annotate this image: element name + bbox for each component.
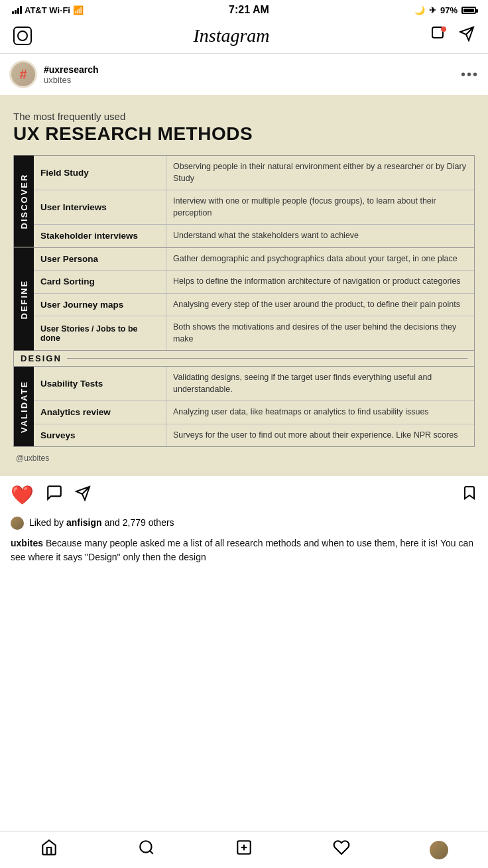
validate-label: Validate xyxy=(14,367,34,446)
caption-text: Because many people asked me a list of a… xyxy=(11,538,473,562)
method-name: Stakeholder interviews xyxy=(34,225,166,247)
method-name: Usability Tests xyxy=(34,367,166,401)
location-icon: ✈ xyxy=(429,5,436,15)
avatar-inner: # xyxy=(11,62,35,86)
comment-button[interactable] xyxy=(46,484,63,506)
table-row: Surveys Surveys for the user to find out… xyxy=(34,424,474,447)
method-desc: Both shows the motivations and desires o… xyxy=(166,316,474,350)
define-label: Define xyxy=(14,248,34,351)
method-name: User Interviews xyxy=(34,190,166,224)
battery-percent: 97% xyxy=(440,5,457,15)
discover-rows: Field Study Observing people in their na… xyxy=(34,156,474,247)
avatar[interactable]: # xyxy=(9,60,37,88)
method-desc: Observing people in their natural enviro… xyxy=(166,156,474,190)
method-name: User Stories / Jobs to be done xyxy=(34,316,166,350)
instagram-header: Instagram xyxy=(0,19,488,54)
method-desc: Analysing every step of the user around … xyxy=(166,294,474,316)
likes-avatar xyxy=(11,517,29,528)
method-name: User Persona xyxy=(34,248,166,271)
infographic-subtitle: The most frequently used xyxy=(13,111,475,122)
caption-username[interactable]: uxbites xyxy=(11,538,43,548)
action-left: ❤️ xyxy=(11,484,91,506)
profile-row: # #uxresearch uxbites ••• xyxy=(0,54,488,95)
signal-icon xyxy=(12,6,22,14)
watermark: @uxbites xyxy=(13,454,475,463)
table-row: Field Study Observing people in their na… xyxy=(34,156,474,190)
research-table: Discover Field Study Observing people in… xyxy=(13,155,475,447)
method-desc: Surveys for the user to find out more ab… xyxy=(166,424,474,447)
profile-handle[interactable]: uxbites xyxy=(44,75,461,85)
method-desc: Validating designs, seeing if the target… xyxy=(166,367,474,401)
table-row: Card Sorting Helps to define the informa… xyxy=(34,271,474,294)
liked-by-text: Liked by xyxy=(29,517,64,528)
status-bar: AT&T Wi-Fi 📶 7:21 AM 🌙 ✈ 97% xyxy=(0,0,488,19)
method-name: Card Sorting xyxy=(34,271,166,293)
table-row: User Stories / Jobs to be done Both show… xyxy=(34,316,474,350)
send-icon[interactable] xyxy=(459,26,475,46)
method-desc: Understand what the stakeholders want to… xyxy=(166,225,474,247)
profile-name[interactable]: #uxresearch xyxy=(44,64,461,75)
wifi-icon: 📶 xyxy=(73,5,84,15)
instagram-logo: Instagram xyxy=(193,25,269,46)
header-right-icons xyxy=(431,26,475,46)
battery-icon xyxy=(461,7,476,14)
moon-icon: 🌙 xyxy=(414,5,425,15)
camera-icon[interactable] xyxy=(13,27,32,45)
method-name: User Journey maps xyxy=(34,294,166,316)
status-carrier: AT&T Wi-Fi 📶 xyxy=(12,5,84,15)
profile-info: #uxresearch uxbites xyxy=(44,64,461,85)
likes-row: Liked by anfisign and 2,779 others xyxy=(0,514,488,534)
discover-label: Discover xyxy=(14,156,34,247)
table-row: User Journey maps Analysing every step o… xyxy=(34,294,474,317)
share-button[interactable] xyxy=(75,485,91,505)
more-options-button[interactable]: ••• xyxy=(461,67,479,82)
define-rows: User Persona Gather demographic and psyc… xyxy=(34,248,474,351)
table-row: Analytics review Analyzing user data, li… xyxy=(34,401,474,424)
direct-icon[interactable] xyxy=(431,26,447,46)
table-row: Stakeholder interviews Understand what t… xyxy=(34,225,474,247)
like-button[interactable]: ❤️ xyxy=(11,484,34,506)
liked-user[interactable]: anfisign xyxy=(66,517,102,528)
method-desc: Helps to define the information architec… xyxy=(166,271,474,293)
table-row: Usability Tests Validating designs, seei… xyxy=(34,367,474,401)
design-label: DESIGN xyxy=(21,353,62,363)
liked-others: and 2,779 others xyxy=(105,517,174,528)
method-desc: Analyzing user data, like heatmaps or an… xyxy=(166,401,474,424)
method-desc: Gather demographic and psychographics da… xyxy=(166,248,474,271)
table-row: User Persona Gather demographic and psyc… xyxy=(34,248,474,271)
caption-row: uxbites Because many people asked me a l… xyxy=(0,534,488,571)
action-bar: ❤️ xyxy=(0,476,488,514)
post-image: The most frequently used UX RESEARCH MET… xyxy=(0,95,488,476)
status-battery-area: 🌙 ✈ 97% xyxy=(414,5,476,15)
svg-point-1 xyxy=(441,27,446,32)
method-desc: Interview with one or multiple people (f… xyxy=(166,190,474,224)
method-name: Analytics review xyxy=(34,401,166,424)
infographic-title: UX RESEARCH METHODS xyxy=(13,123,475,145)
table-row: User Interviews Interview with one or mu… xyxy=(34,190,474,225)
method-name: Surveys xyxy=(34,424,166,447)
bookmark-button[interactable] xyxy=(461,484,477,506)
validate-rows: Usability Tests Validating designs, seei… xyxy=(34,367,474,446)
method-name: Field Study xyxy=(34,156,166,190)
status-time: 7:21 AM xyxy=(229,4,269,16)
